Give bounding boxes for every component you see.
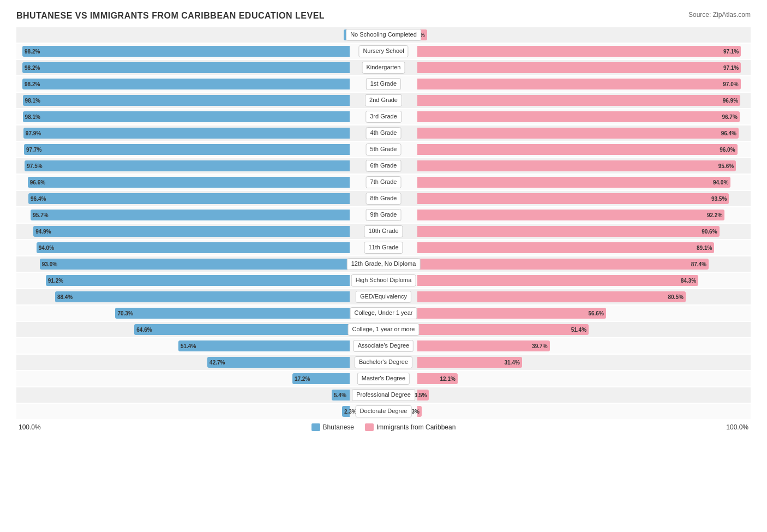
chart-row: 97.7%96.0%5th Grade	[16, 142, 751, 157]
blue-value: 98.1%	[25, 114, 40, 120]
blue-value: 17.2%	[295, 376, 310, 382]
blue-value: 95.7%	[33, 212, 48, 218]
pink-value: 84.3%	[681, 278, 696, 284]
chart-title: BHUTANESE VS IMMIGRANTS FROM CARIBBEAN E…	[16, 11, 325, 21]
right-half: 39.7%	[384, 338, 751, 354]
blue-bar: 97.7%	[24, 144, 350, 155]
left-half: 17.2%	[16, 371, 384, 386]
center-label: 2nd Grade	[365, 94, 402, 106]
footer-left-label: 100.0%	[19, 423, 41, 431]
left-half: 70.3%	[16, 306, 384, 321]
right-half: 97.1%	[384, 44, 751, 59]
footer-right-label: 100.0%	[726, 423, 748, 431]
center-label: 8th Grade	[366, 193, 402, 204]
pink-bar: 84.3%	[417, 275, 698, 286]
blue-bar: 96.4%	[28, 193, 350, 204]
right-half: 87.4%	[384, 256, 751, 272]
left-half: 1.8%	[16, 27, 384, 43]
center-label: 9th Grade	[366, 209, 402, 220]
center-label: 6th Grade	[366, 160, 402, 171]
pink-value: 12.1%	[440, 376, 456, 382]
left-half: 97.7%	[16, 142, 384, 157]
left-half: 51.4%	[16, 338, 384, 354]
right-half: 95.6%	[384, 158, 751, 174]
left-half: 98.1%	[16, 109, 384, 124]
left-half: 97.9%	[16, 125, 384, 141]
right-half: 94.0%	[384, 175, 751, 190]
blue-bar: 98.2%	[22, 46, 350, 57]
left-half: 93.0%	[16, 256, 384, 272]
left-half: 94.9%	[16, 224, 384, 239]
chart-row: 93.0%87.4%12th Grade, No Diploma	[16, 256, 751, 272]
left-half: 42.7%	[16, 355, 384, 370]
right-half: 84.3%	[384, 273, 751, 288]
pink-bar: 3.5%	[417, 390, 429, 401]
blue-bar: 98.2%	[22, 62, 350, 73]
chart-row: 98.1%96.9%2nd Grade	[16, 93, 751, 108]
blue-bar: 2.3%	[342, 406, 350, 417]
center-label: Associate's Degree	[353, 340, 414, 351]
blue-value: 2.3%	[344, 409, 357, 415]
pink-value: 96.0%	[720, 147, 735, 153]
chart-row: 88.4%80.5%GED/Equivalency	[16, 289, 751, 304]
left-half: 2.3%	[16, 404, 384, 419]
blue-value: 97.7%	[26, 147, 41, 153]
pink-bar: 97.0%	[417, 79, 741, 89]
left-half: 91.2%	[16, 273, 384, 288]
left-half: 98.2%	[16, 44, 384, 59]
pink-bar: 92.2%	[417, 210, 724, 220]
right-half: 51.4%	[384, 322, 751, 337]
pink-bar: 93.5%	[417, 193, 729, 204]
chart-row: 94.0%89.1%11th Grade	[16, 240, 751, 255]
pink-value: 97.1%	[723, 65, 739, 71]
chart-row: 98.1%96.7%3rd Grade	[16, 109, 751, 124]
pink-bar: 89.1%	[417, 242, 714, 253]
chart-row: 96.6%94.0%7th Grade	[16, 175, 751, 190]
chart-row: 94.9%90.6%10th Grade	[16, 224, 751, 239]
chart-row: 17.2%12.1%Master's Degree	[16, 371, 751, 386]
source-label: Source: ZipAtlas.com	[688, 11, 751, 19]
right-half: 1.3%	[384, 404, 751, 419]
pink-value: 39.7%	[532, 343, 547, 349]
chart-area: 1.8%2.9%No Schooling Completed98.2%97.1%…	[16, 27, 751, 419]
blue-value: 5.4%	[334, 392, 346, 398]
chart-row: 70.3%56.6%College, Under 1 year	[16, 306, 751, 321]
pink-value: 51.4%	[571, 327, 586, 333]
chart-row: 98.2%97.0%1st Grade	[16, 76, 751, 92]
right-half: 96.7%	[384, 109, 751, 124]
center-label: Bachelor's Degree	[355, 356, 412, 368]
left-half: 97.5%	[16, 158, 384, 174]
pink-bar: 90.6%	[417, 226, 720, 237]
pink-value: 97.1%	[723, 49, 739, 55]
blue-bar: 96.6%	[28, 177, 350, 188]
blue-bar: 98.1%	[23, 95, 350, 106]
center-label: 10th Grade	[364, 225, 403, 237]
pink-value: 87.4%	[691, 261, 706, 267]
legend-item-blue: Bhutanese	[311, 423, 354, 431]
page-container: BHUTANESE VS IMMIGRANTS FROM CARIBBEAN E…	[16, 11, 751, 431]
pink-bar: 96.7%	[417, 111, 740, 122]
blue-value: 97.9%	[26, 130, 41, 136]
chart-row: 64.6%51.4%College, 1 year or more	[16, 322, 751, 337]
pink-value: 80.5%	[668, 294, 683, 300]
chart-footer: 100.0% Bhutanese Immigrants from Caribbe…	[16, 423, 751, 431]
chart-row: 97.9%96.4%4th Grade	[16, 125, 751, 141]
blue-bar: 94.0%	[37, 242, 350, 253]
center-label: 3rd Grade	[365, 111, 402, 122]
blue-bar: 5.4%	[332, 390, 350, 401]
center-label: College, Under 1 year	[350, 307, 417, 319]
blue-bar: 93.0%	[40, 259, 350, 270]
blue-bar: 97.9%	[23, 128, 350, 139]
pink-value: 90.6%	[702, 229, 717, 235]
center-label: Professional Degree	[352, 389, 415, 401]
right-half: 93.5%	[384, 191, 751, 206]
blue-bar: 95.7%	[31, 210, 350, 220]
right-half: 2.9%	[384, 27, 751, 43]
chart-row: 42.7%31.4%Bachelor's Degree	[16, 355, 751, 370]
right-half: 97.1%	[384, 60, 751, 75]
blue-bar: 70.3%	[115, 308, 350, 319]
right-half: 12.1%	[384, 371, 751, 386]
center-label: 1st Grade	[366, 78, 401, 89]
pink-value: 96.9%	[723, 98, 738, 104]
left-half: 5.4%	[16, 387, 384, 403]
